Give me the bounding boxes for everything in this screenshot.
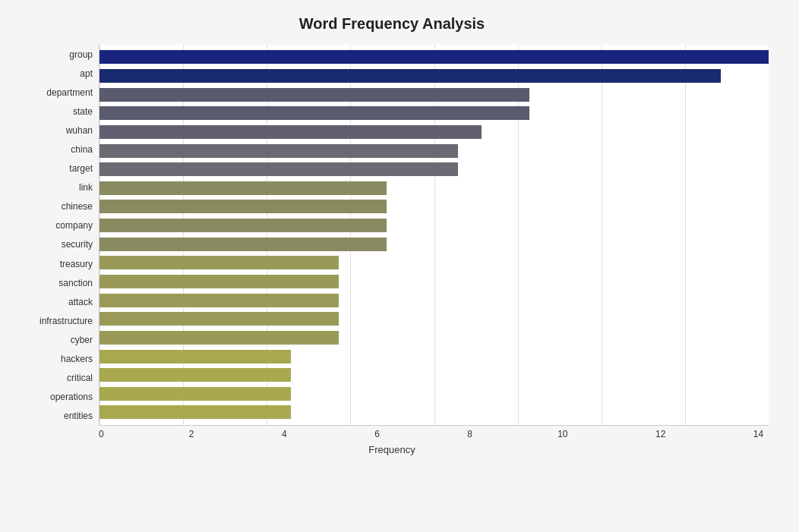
- bar: [99, 50, 769, 64]
- y-label: attack: [68, 297, 93, 307]
- y-label: link: [79, 183, 93, 192]
- bar-row: [99, 199, 769, 214]
- bars-and-grid: [99, 45, 769, 426]
- bar-row: [99, 181, 769, 196]
- y-label: sanction: [58, 279, 93, 288]
- bars-wrapper: [99, 45, 769, 425]
- chart-title: Word Frequency Analysis: [15, 15, 769, 33]
- x-axis-title-wrapper: Frequency: [15, 439, 769, 455]
- bar-row: [99, 274, 769, 289]
- y-label: target: [69, 164, 93, 173]
- bar-row: [99, 68, 769, 83]
- y-label: chinese: [62, 202, 93, 211]
- x-label: 10: [557, 429, 567, 439]
- y-label: entities: [64, 411, 93, 420]
- bar-row: [99, 386, 769, 401]
- bar-row: [99, 105, 769, 121]
- bar-row: [99, 330, 769, 345]
- x-label: 0: [99, 429, 104, 439]
- y-label: security: [62, 240, 93, 249]
- y-label: cyber: [71, 335, 93, 345]
- bar: [99, 368, 291, 382]
- y-label: operations: [50, 392, 93, 401]
- bar: [99, 69, 721, 83]
- bar: [99, 294, 339, 307]
- bar: [99, 387, 291, 401]
- bar: [99, 219, 387, 232]
- bar-row: [99, 255, 769, 270]
- bar: [99, 238, 387, 251]
- x-label: 12: [655, 429, 665, 439]
- x-axis-spacer: [15, 429, 99, 439]
- y-label: infrastructure: [39, 316, 93, 326]
- bar: [99, 106, 529, 120]
- y-label: state: [73, 107, 93, 116]
- bar-row: [99, 293, 769, 308]
- bar-row: [99, 87, 769, 102]
- bar-row: [99, 124, 769, 140]
- bar: [99, 181, 387, 195]
- y-labels: groupaptdepartmentstatewuhanchinatargetl…: [15, 45, 99, 426]
- y-label: treasury: [60, 260, 93, 269]
- y-label: china: [71, 145, 93, 154]
- bar-row: [99, 405, 769, 420]
- y-label: critical: [67, 373, 93, 382]
- y-label: wuhan: [66, 126, 93, 135]
- bar-row: [99, 49, 769, 65]
- y-label: department: [46, 88, 93, 97]
- bar-row: [99, 237, 769, 252]
- bar: [99, 88, 529, 102]
- x-label: 8: [467, 429, 472, 439]
- x-label: 14: [753, 429, 763, 439]
- chart-area: groupaptdepartmentstatewuhanchinatargetl…: [15, 45, 769, 455]
- bar-row: [99, 218, 769, 233]
- chart-container: Word Frequency Analysis groupaptdepartme…: [0, 0, 799, 532]
- bar: [99, 144, 458, 158]
- bar-row: [99, 162, 769, 177]
- bar: [99, 275, 339, 288]
- bar-row: [99, 143, 769, 159]
- bar: [99, 405, 291, 419]
- bar: [99, 256, 339, 269]
- bar-row: [99, 311, 769, 326]
- bar: [99, 162, 458, 176]
- bar: [99, 331, 339, 345]
- x-axis-title: Frequency: [15, 444, 769, 455]
- y-label: apt: [80, 69, 93, 78]
- x-label: 6: [374, 429, 380, 439]
- x-axis-section: 02468101214: [15, 429, 769, 439]
- bar-row: [99, 367, 769, 382]
- bar: [99, 350, 291, 364]
- bar: [99, 312, 339, 326]
- bar: [99, 200, 387, 213]
- y-label: group: [69, 50, 93, 59]
- y-label: hackers: [61, 354, 93, 364]
- bar-row: [99, 349, 769, 364]
- x-labels: 02468101214: [99, 429, 769, 439]
- x-label: 4: [282, 429, 287, 439]
- y-label: company: [55, 221, 93, 230]
- x-label: 2: [189, 429, 194, 439]
- bar: [99, 125, 482, 139]
- bars-section: groupaptdepartmentstatewuhanchinatargetl…: [15, 45, 769, 426]
